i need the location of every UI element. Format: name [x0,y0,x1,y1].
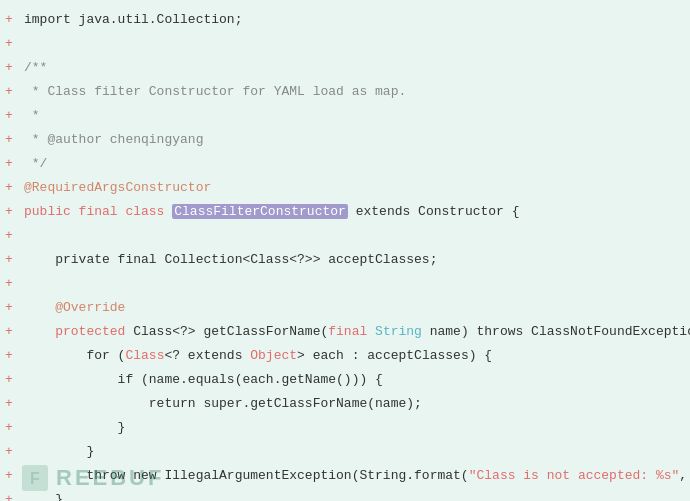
code-line: +public final class ClassFilterConstruct… [0,200,690,224]
line-indicator: + [0,57,18,79]
line-indicator: + [0,321,18,343]
code-line: + [0,32,690,56]
code-line: + private final Collection<Class<?>> acc… [0,248,690,272]
code-token: final [328,324,375,339]
code-token: /** [24,60,47,75]
line-indicator: + [0,201,18,223]
line-content [18,273,690,295]
code-editor: +import java.util.Collection;+ +/**+ * C… [0,0,690,501]
line-content: } [18,417,690,439]
code-line: + [0,224,690,248]
highlighted-classname: ClassFilterConstructor [172,204,348,219]
code-line: +@RequiredArgsConstructor [0,176,690,200]
code-line: + */ [0,152,690,176]
code-line: + * @author chenqingyang [0,128,690,152]
line-indicator: + [0,273,18,295]
code-line: + [0,272,690,296]
line-content: for (Class<? extends Object> each : acce… [18,345,690,367]
code-token: * Class filter Constructor for YAML load… [24,84,406,99]
line-content: if (name.equals(each.getName())) { [18,369,690,391]
code-token: Class [125,348,164,363]
code-token: } [24,492,63,501]
line-indicator: + [0,225,18,247]
code-token: , name)); [679,468,690,483]
line-indicator: + [0,81,18,103]
line-content [18,33,690,55]
line-content: @RequiredArgsConstructor [18,177,690,199]
line-content: * Class filter Constructor for YAML load… [18,81,690,103]
code-line: + } [0,416,690,440]
line-indicator: + [0,369,18,391]
line-indicator: + [0,393,18,415]
code-token: if (name.equals(each.getName())) { [24,372,383,387]
line-indicator: + [0,249,18,271]
code-line: + protected Class<?> getClassForName(fin… [0,320,690,344]
code-line: +import java.util.Collection; [0,8,690,32]
line-indicator: + [0,105,18,127]
line-content: private final Collection<Class<?>> accep… [18,249,690,271]
code-token: } [24,444,94,459]
code-token: extends Constructor { [348,204,520,219]
code-token: for ( [24,348,125,363]
code-line: + return super.getClassForName(name); [0,392,690,416]
line-content: public final class ClassFilterConstructo… [18,201,690,223]
code-line: + if (name.equals(each.getName())) { [0,368,690,392]
line-indicator: + [0,417,18,439]
line-content: * [18,105,690,127]
line-indicator: + [0,441,18,463]
code-line: + @Override [0,296,690,320]
code-token: <? extends [164,348,250,363]
line-indicator: + [0,9,18,31]
code-token: @Override [24,300,125,315]
code-token: name) throws ClassNotFoundException { [430,324,690,339]
code-token: private final Collection<Class<?>> accep… [24,252,437,267]
line-indicator: + [0,33,18,55]
code-token: } [24,420,125,435]
line-content: /** [18,57,690,79]
code-token: return super.getClassForName(name); [24,396,422,411]
code-token: * [24,108,40,123]
code-line: + } [0,440,690,464]
code-line: + * Class filter Constructor for YAML lo… [0,80,690,104]
watermark-text: REEBUF [56,465,164,491]
code-token: * @author chenqingyang [24,132,203,147]
code-token: Class<?> getClassForName( [133,324,328,339]
code-token: public final class [24,204,172,219]
line-indicator: + [0,465,18,487]
line-content: protected Class<?> getClassForName(final… [18,321,690,343]
line-indicator: + [0,489,18,501]
line-indicator: + [0,177,18,199]
code-token: String [375,324,430,339]
code-line: + * [0,104,690,128]
svg-text:F: F [30,470,40,487]
line-content: import java.util.Collection; [18,9,690,31]
line-content: } [18,441,690,463]
line-indicator: + [0,345,18,367]
line-indicator: + [0,129,18,151]
code-token: */ [24,156,47,171]
code-token: protected [24,324,133,339]
line-content [18,225,690,247]
line-content: @Override [18,297,690,319]
line-content: * @author chenqingyang [18,129,690,151]
code-token: "Class is not accepted: %s" [469,468,680,483]
code-token: @RequiredArgsConstructor [24,180,211,195]
code-token: Object [250,348,297,363]
code-line: +/** [0,56,690,80]
line-content: */ [18,153,690,175]
code-token: > each : acceptClasses) { [297,348,492,363]
watermark: F REEBUF [20,463,164,493]
line-indicator: + [0,153,18,175]
line-indicator: + [0,297,18,319]
code-token: import java.util.Collection; [24,12,242,27]
code-line: + for (Class<? extends Object> each : ac… [0,344,690,368]
line-content: return super.getClassForName(name); [18,393,690,415]
